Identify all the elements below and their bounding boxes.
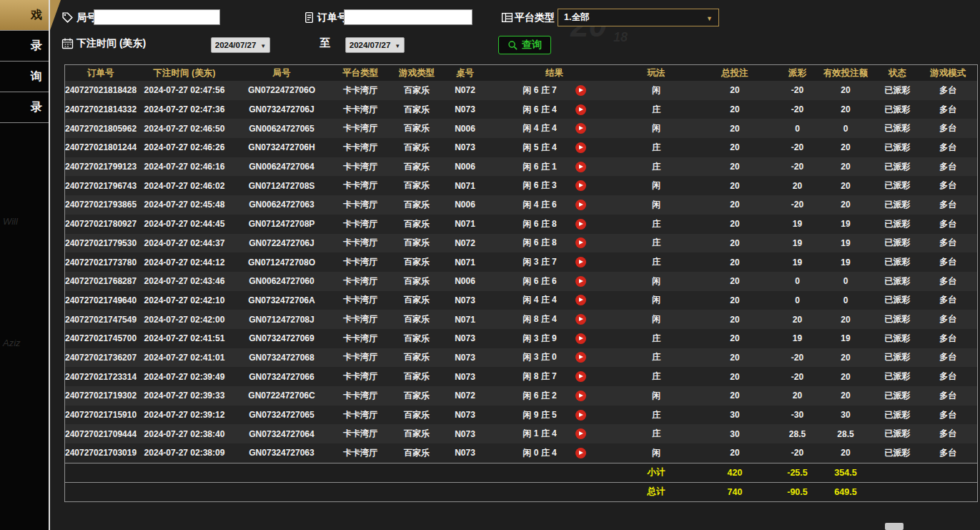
table-row[interactable]: 2407270217967432024-07-27 02:46:02GN0712… bbox=[65, 176, 978, 195]
cell-bet-time: 2024-07-27 02:44:37 bbox=[137, 234, 233, 253]
play-video-icon[interactable] bbox=[575, 104, 586, 115]
table-row[interactable]: 2407270217362072024-07-27 02:41:01GN0732… bbox=[65, 348, 978, 368]
sidebar-item-record-1[interactable]: 录 bbox=[0, 31, 49, 62]
table-row[interactable]: 2407270217159102024-07-27 02:39:12GN0732… bbox=[65, 406, 978, 425]
cell-total-bet: 20 bbox=[691, 176, 780, 195]
table-row[interactable]: 2407270217795302024-07-27 02:44:37GN0722… bbox=[65, 234, 978, 253]
cell-total-bet: 20 bbox=[691, 443, 780, 463]
play-video-icon[interactable] bbox=[575, 428, 586, 439]
play-video-icon[interactable] bbox=[575, 352, 586, 363]
table-row[interactable]: 2407270218143322024-07-27 02:47:36GN0732… bbox=[65, 100, 978, 119]
cell-game-type: 百家乐 bbox=[390, 234, 444, 253]
total-payout: -90.5 bbox=[780, 482, 816, 501]
table-header: 订单号 下注时间 (美东) 局号 平台类型 游戏类型 桌号 结果 玩法 总投注 … bbox=[65, 65, 978, 82]
table-row[interactable]: 2407270217475492024-07-27 02:42:00GN0712… bbox=[65, 310, 978, 329]
play-video-icon[interactable] bbox=[575, 391, 586, 401]
cell-round-no: GN0722472706O bbox=[233, 81, 331, 100]
table-row[interactable]: 2407270218012442024-07-27 02:46:26GN0732… bbox=[65, 138, 978, 157]
cell-payout: 20 bbox=[780, 386, 816, 406]
cell-play-type: 庄 bbox=[623, 329, 691, 348]
table-row[interactable]: 2407270217682872024-07-27 02:43:46GN0062… bbox=[65, 272, 978, 291]
play-video-icon[interactable] bbox=[575, 237, 586, 248]
play-video-icon[interactable] bbox=[575, 448, 586, 458]
date-to-select[interactable]: 2024/07/27 bbox=[345, 37, 405, 53]
col-platform-type: 平台类型 bbox=[331, 65, 390, 82]
cell-play-type: 庄 bbox=[623, 348, 691, 368]
cell-result: 闲 6 庄 8 bbox=[487, 215, 623, 234]
cell-payout: 20 bbox=[780, 310, 816, 329]
cell-table-no: N006 bbox=[444, 272, 487, 291]
table-row[interactable]: 2407270217737802024-07-27 02:44:12GN0712… bbox=[65, 252, 978, 272]
cell-order-no: 240727021805962 bbox=[65, 119, 137, 138]
play-video-icon[interactable] bbox=[575, 162, 586, 172]
table-row[interactable]: 2407270218184282024-07-27 02:47:56GN0722… bbox=[65, 81, 978, 100]
table-row[interactable]: 2407270217094442024-07-27 02:38:40GN0732… bbox=[65, 424, 978, 443]
table-row[interactable]: 2407270217193022024-07-27 02:39:33GN0722… bbox=[65, 386, 978, 406]
cell-result: 闲 3 庄 7 bbox=[487, 252, 623, 272]
sidebar-item-query[interactable]: 询 bbox=[0, 62, 49, 92]
cell-round-no: GN0712472708J bbox=[233, 310, 331, 329]
cell-table-no: N006 bbox=[444, 157, 487, 177]
cell-total-bet: 20 bbox=[691, 215, 780, 234]
scrollbar-corner[interactable] bbox=[885, 523, 904, 530]
result-score: 闲 4 庄 4 bbox=[523, 294, 556, 306]
table-row[interactable]: 2407270217809272024-07-27 02:44:45GN0712… bbox=[65, 215, 978, 234]
play-video-icon[interactable] bbox=[575, 200, 586, 210]
cell-game-mode: 多台 bbox=[919, 424, 978, 443]
cell-result: 闲 6 庄 8 bbox=[487, 234, 623, 253]
table-row[interactable]: 2407270217991232024-07-27 02:46:16GN0062… bbox=[65, 157, 978, 177]
cell-game-type: 百家乐 bbox=[390, 138, 444, 157]
cell-round-no: GN07324727069 bbox=[233, 329, 331, 348]
cell-order-no: 240727021779530 bbox=[65, 234, 137, 253]
cell-play-type: 庄 bbox=[623, 252, 691, 272]
play-video-icon[interactable] bbox=[575, 410, 586, 421]
result-score: 闲 1 庄 4 bbox=[523, 428, 556, 440]
play-video-icon[interactable] bbox=[575, 333, 586, 344]
result-score: 闲 4 庄 6 bbox=[523, 199, 556, 211]
table-row[interactable]: 2407270218059622024-07-27 02:46:50GN0062… bbox=[65, 119, 978, 138]
sidebar-item-game[interactable]: 戏 bbox=[0, 0, 49, 31]
col-status: 状态 bbox=[876, 65, 919, 82]
table-body: 2407270218184282024-07-27 02:47:56GN0722… bbox=[65, 81, 978, 463]
play-video-icon[interactable] bbox=[575, 314, 586, 325]
cell-result: 闲 3 庄 0 bbox=[487, 348, 623, 368]
cell-game-mode: 多台 bbox=[919, 119, 978, 138]
document-icon bbox=[303, 11, 315, 24]
table-row[interactable]: 2407270217496402024-07-27 02:42:10GN0732… bbox=[65, 291, 978, 310]
play-video-icon[interactable] bbox=[575, 219, 586, 230]
cell-round-no: GN0712472708O bbox=[233, 252, 331, 272]
play-video-icon[interactable] bbox=[575, 142, 586, 153]
sidebar: 戏 录 询 录 Will Aziz bbox=[0, 0, 49, 530]
cell-table-no: N072 bbox=[444, 81, 487, 100]
search-button[interactable]: 查询 bbox=[498, 36, 551, 54]
platform-type-value: 1.全部 bbox=[564, 11, 589, 24]
cell-valid-bet: 19 bbox=[816, 329, 876, 348]
table-row[interactable]: 2407270217457002024-07-27 02:41:51GN0732… bbox=[65, 329, 978, 348]
cell-platform-type: 卡卡湾厅 bbox=[331, 310, 390, 329]
sidebar-item-record-2[interactable]: 录 bbox=[0, 92, 49, 123]
table-row[interactable]: 2407270217030192024-07-27 02:38:09GN0732… bbox=[65, 443, 978, 463]
play-video-icon[interactable] bbox=[575, 295, 586, 305]
cell-payout: 0 bbox=[780, 119, 816, 138]
table-row[interactable]: 2407270217233142024-07-27 02:39:49GN0732… bbox=[65, 367, 978, 386]
play-video-icon[interactable] bbox=[575, 180, 586, 191]
play-video-icon[interactable] bbox=[575, 257, 586, 268]
table-row[interactable]: 2407270217938652024-07-27 02:45:48GN0062… bbox=[65, 195, 978, 215]
cell-round-no: GN0722472706C bbox=[233, 386, 331, 406]
play-video-icon[interactable] bbox=[575, 371, 586, 382]
cell-round-no: GN07324727066 bbox=[233, 367, 331, 386]
round-no-input[interactable] bbox=[94, 9, 220, 25]
bet-records-table: 订单号 下注时间 (美东) 局号 平台类型 游戏类型 桌号 结果 玩法 总投注 … bbox=[64, 64, 978, 502]
order-no-input[interactable] bbox=[344, 9, 472, 25]
cell-table-no: N073 bbox=[444, 100, 487, 119]
cell-table-no: N072 bbox=[444, 234, 487, 253]
platform-type-select[interactable]: 1.全部 bbox=[558, 9, 719, 26]
cell-table-no: N071 bbox=[444, 215, 487, 234]
cell-table-no: N073 bbox=[444, 424, 487, 443]
cell-table-no: N006 bbox=[444, 195, 487, 215]
date-from-select[interactable]: 2024/07/27 bbox=[211, 37, 270, 53]
cell-platform-type: 卡卡湾厅 bbox=[331, 100, 390, 119]
play-video-icon[interactable] bbox=[575, 85, 586, 96]
play-video-icon[interactable] bbox=[575, 276, 586, 287]
play-video-icon[interactable] bbox=[575, 123, 586, 134]
